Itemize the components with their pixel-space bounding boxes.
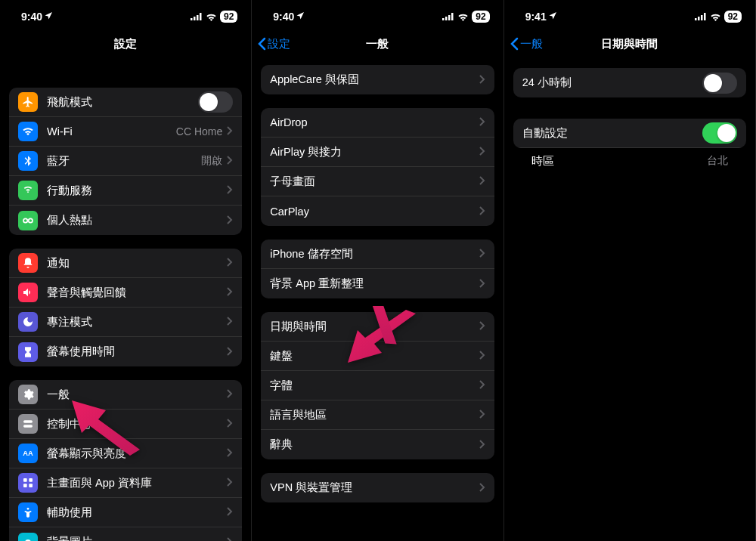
moon-icon bbox=[18, 312, 38, 332]
nav-header: 設定 一般 bbox=[252, 29, 503, 59]
row-hotspot[interactable]: 個人熱點 bbox=[9, 206, 242, 235]
svg-rect-3 bbox=[200, 13, 202, 20]
section-applecare: AppleCare 與保固 bbox=[261, 65, 494, 94]
status-time: 9:40 bbox=[273, 11, 294, 23]
row-fonts[interactable]: 字體 bbox=[261, 371, 494, 400]
row-control-center[interactable]: 控制中心 bbox=[9, 410, 242, 439]
row-carplay[interactable]: CarPlay bbox=[261, 196, 494, 226]
row-label: AirPlay 與接力 bbox=[270, 145, 479, 159]
chevron-right-icon bbox=[227, 154, 233, 168]
hourglass-icon bbox=[18, 342, 38, 362]
row-value: CC Home bbox=[176, 125, 222, 138]
row-label: 背景圖片 bbox=[47, 535, 227, 541]
speaker-icon bbox=[18, 283, 38, 302]
row-accessibility[interactable]: 輔助使用 bbox=[9, 498, 242, 527]
row-label: 主畫面與 App 資料庫 bbox=[47, 476, 227, 490]
row-sounds[interactable]: 聲音與觸覺回饋 bbox=[9, 278, 242, 308]
accessibility-icon bbox=[18, 502, 38, 522]
wifi-icon bbox=[457, 13, 469, 21]
row-display[interactable]: AA 螢幕顯示與亮度 bbox=[9, 439, 242, 468]
section-24hour: 24 小時制 bbox=[513, 68, 746, 97]
row-pip[interactable]: 子母畫面 bbox=[261, 167, 494, 196]
section-general: 一般 控制中心 AA 螢幕顯示與亮度 bbox=[9, 380, 242, 541]
row-label: AirDrop bbox=[270, 116, 479, 128]
row-vpn[interactable]: VPN 與裝置管理 bbox=[261, 473, 494, 502]
row-label: 背景 App 重新整理 bbox=[270, 277, 479, 291]
svg-rect-2 bbox=[197, 15, 199, 20]
section-connectivity: 飛航模式 Wi-Fi CC Home 藍牙 開啟 bbox=[9, 88, 242, 235]
battery-badge: 92 bbox=[724, 11, 742, 23]
row-background-refresh[interactable]: 背景 App 重新整理 bbox=[261, 269, 494, 298]
section-notifications: 通知 聲音與觸覺回饋 專注模式 bbox=[9, 249, 242, 366]
row-label: 行動服務 bbox=[47, 184, 227, 198]
toggles-icon bbox=[18, 414, 38, 434]
back-button[interactable]: 一般 bbox=[510, 37, 543, 51]
svg-rect-7 bbox=[23, 425, 33, 427]
svg-rect-18 bbox=[451, 13, 454, 20]
twentyfour-toggle[interactable] bbox=[702, 73, 737, 94]
row-bluetooth[interactable]: 藍牙 開啟 bbox=[9, 147, 242, 176]
row-label: 輔助使用 bbox=[47, 505, 227, 520]
chevron-right-icon bbox=[227, 184, 233, 197]
row-date-time[interactable]: 日期與時間 bbox=[261, 312, 494, 342]
row-label: iPhone 儲存空間 bbox=[270, 247, 479, 261]
hotspot-icon bbox=[18, 211, 38, 230]
row-label: 通知 bbox=[47, 256, 227, 270]
svg-point-5 bbox=[29, 218, 33, 222]
timezone-label: 時區 bbox=[531, 154, 554, 168]
svg-rect-20 bbox=[698, 17, 700, 20]
row-wallpaper[interactable]: 背景圖片 bbox=[9, 527, 242, 541]
row-homescreen[interactable]: 主畫面與 App 資料庫 bbox=[9, 468, 242, 498]
chevron-right-icon bbox=[479, 320, 485, 333]
bluetooth-icon bbox=[18, 151, 38, 171]
chevron-right-icon bbox=[227, 476, 233, 490]
row-label: 24 小時制 bbox=[522, 76, 702, 90]
row-language-region[interactable]: 語言與地區 bbox=[261, 400, 494, 430]
nav-header: 設定 bbox=[0, 29, 251, 59]
section-auto-set: 自動設定 bbox=[513, 119, 746, 148]
section-storage-group: iPhone 儲存空間 背景 App 重新整理 bbox=[261, 240, 494, 298]
svg-rect-22 bbox=[704, 13, 706, 20]
chevron-right-icon bbox=[479, 408, 485, 422]
row-screentime[interactable]: 螢幕使用時間 bbox=[9, 337, 242, 366]
row-label: 語言與地區 bbox=[270, 408, 479, 422]
chevron-right-icon bbox=[227, 388, 233, 401]
row-24-hour[interactable]: 24 小時制 bbox=[513, 68, 746, 97]
row-storage[interactable]: iPhone 儲存空間 bbox=[261, 240, 494, 269]
row-keyboard[interactable]: 鍵盤 bbox=[261, 342, 494, 371]
location-icon bbox=[44, 11, 53, 23]
date-time-screen: 9:41 92 一般 日期與時間 24 小時制 bbox=[504, 0, 756, 541]
chevron-right-icon bbox=[227, 125, 233, 138]
back-button[interactable]: 設定 bbox=[258, 37, 290, 51]
row-applecare[interactable]: AppleCare 與保固 bbox=[261, 65, 494, 94]
row-notifications[interactable]: 通知 bbox=[9, 249, 242, 278]
row-focus[interactable]: 專注模式 bbox=[9, 308, 242, 337]
chevron-right-icon bbox=[479, 349, 485, 363]
page-title: 設定 bbox=[114, 37, 137, 51]
row-wifi[interactable]: Wi-Fi CC Home bbox=[9, 117, 242, 147]
section-airdrop-group: AirDrop AirPlay 與接力 子母畫面 CarPlay bbox=[261, 108, 494, 226]
row-dictionary[interactable]: 辭典 bbox=[261, 430, 494, 459]
location-icon bbox=[548, 11, 557, 23]
row-airplay[interactable]: AirPlay 與接力 bbox=[261, 138, 494, 167]
row-cellular[interactable]: 行動服務 bbox=[9, 176, 242, 206]
svg-rect-1 bbox=[194, 17, 196, 20]
chevron-right-icon bbox=[227, 447, 233, 460]
svg-rect-17 bbox=[448, 15, 451, 20]
page-title: 一般 bbox=[366, 37, 389, 51]
timezone-value: 台北 bbox=[707, 154, 728, 168]
row-label: 日期與時間 bbox=[270, 320, 479, 334]
row-auto-set[interactable]: 自動設定 bbox=[513, 119, 746, 148]
wifi-icon bbox=[710, 13, 721, 21]
svg-rect-21 bbox=[701, 15, 703, 20]
auto-set-toggle[interactable] bbox=[702, 122, 737, 144]
wifi-icon bbox=[206, 13, 217, 21]
row-airdrop[interactable]: AirDrop bbox=[261, 108, 494, 138]
row-label: 聲音與觸覺回饋 bbox=[47, 286, 227, 300]
row-general[interactable]: 一般 bbox=[9, 380, 242, 410]
airplane-toggle[interactable] bbox=[198, 91, 233, 113]
row-airplane-mode[interactable]: 飛航模式 bbox=[9, 88, 242, 117]
row-label: 飛航模式 bbox=[47, 95, 198, 110]
row-label: 子母畫面 bbox=[270, 175, 479, 189]
chevron-right-icon bbox=[227, 315, 233, 329]
